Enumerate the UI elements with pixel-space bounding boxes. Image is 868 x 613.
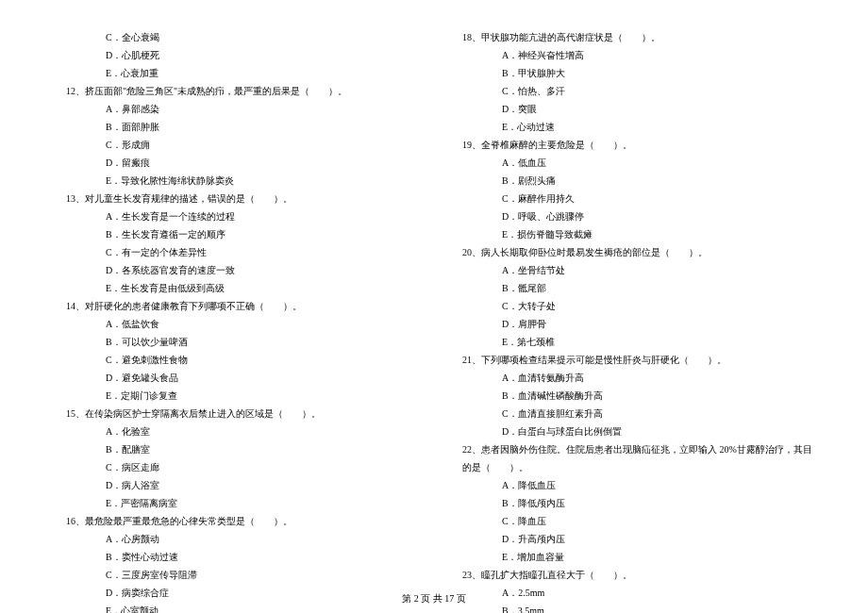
- question-stem: 21、下列哪项检查结果提示可能是慢性肝炎与肝硬化（ ）。: [443, 351, 821, 369]
- option-text: B．剧烈头痛: [443, 172, 821, 190]
- option-text: C．降血压: [443, 512, 821, 530]
- question-stem: 12、挤压面部"危险三角区"未成熟的疖，最严重的后果是（ ）。: [47, 82, 425, 100]
- question-stem: 19、全脊椎麻醉的主要危险是（ ）。: [443, 136, 821, 154]
- option-text: D．心肌梗死: [47, 46, 425, 64]
- option-text: C．病区走廊: [47, 458, 425, 476]
- option-text: D．病人浴室: [47, 476, 425, 494]
- option-text: D．各系统器官发育的速度一致: [47, 261, 425, 279]
- option-text: E．增加血容量: [443, 548, 821, 566]
- option-text: E．生长发育是由低级到高级: [47, 279, 425, 297]
- option-text: B．面部肿胀: [47, 118, 425, 136]
- option-text: D．突眼: [443, 100, 821, 118]
- option-text: E．心动过速: [443, 118, 821, 136]
- option-text: D．呼吸、心跳骤停: [443, 207, 821, 225]
- option-text: A．降低血压: [443, 476, 821, 494]
- question-stem: 23、瞳孔扩大指瞳孔直径大于（ ）。: [443, 566, 821, 584]
- option-text: B．可以饮少量啤酒: [47, 333, 425, 351]
- option-text: D．白蛋白与球蛋白比例倒置: [443, 422, 821, 440]
- option-text: C．形成痈: [47, 136, 425, 154]
- option-text: A．生长发育是一个连续的过程: [47, 207, 425, 225]
- option-text: B．配膳室: [47, 440, 425, 458]
- question-stem: 15、在传染病区护士穿隔离衣后禁止进入的区域是（ ）。: [47, 405, 425, 422]
- question-stem: 22、患者因脑外伤住院。住院后患者出现脑疝征兆，立即输入 20%甘露醇治疗，其目…: [443, 440, 821, 476]
- left-column: C．全心衰竭 D．心肌梗死 E．心衰加重 12、挤压面部"危险三角区"未成熟的疖…: [47, 28, 425, 613]
- question-stem: 14、对肝硬化的患者健康教育下列哪项不正确（ ）。: [47, 297, 425, 315]
- option-text: B．甲状腺肿大: [443, 64, 821, 82]
- option-text: C．三度房室传导阻滞: [47, 566, 425, 584]
- option-text: C．麻醉作用持久: [443, 190, 821, 207]
- option-text: D．避免罐头食品: [47, 369, 425, 387]
- option-text: B．生长发育遵循一定的顺序: [47, 225, 425, 243]
- option-text: E．定期门诊复查: [47, 387, 425, 405]
- option-text: B．窦性心动过速: [47, 548, 425, 566]
- question-stem: 18、甲状腺功能亢进的高代谢症状是（ ）。: [443, 28, 821, 46]
- option-text: D．留瘢痕: [47, 154, 425, 172]
- option-text: C．血清直接胆红素升高: [443, 405, 821, 422]
- right-column: 18、甲状腺功能亢进的高代谢症状是（ ）。 A．神经兴奋性增高 B．甲状腺肿大 …: [443, 28, 821, 613]
- option-text: C．全心衰竭: [47, 28, 425, 46]
- option-text: C．避免刺激性食物: [47, 351, 425, 369]
- question-stem: 16、最危险最严重最危急的心律失常类型是（ ）。: [47, 512, 425, 530]
- option-text: E．严密隔离病室: [47, 494, 425, 512]
- option-text: A．鼻部感染: [47, 100, 425, 118]
- option-text: E．导致化脓性海绵状静脉窦炎: [47, 172, 425, 190]
- option-text: B．降低颅内压: [443, 494, 821, 512]
- option-text: E．第七颈椎: [443, 333, 821, 351]
- question-stem: 20、病人长期取仰卧位时最易发生褥疮的部位是（ ）。: [443, 243, 821, 261]
- option-text: C．有一定的个体差异性: [47, 243, 425, 261]
- option-text: B．血清碱性磷酸酶升高: [443, 387, 821, 405]
- option-text: C．大转子处: [443, 297, 821, 315]
- option-text: A．坐骨结节处: [443, 261, 821, 279]
- option-text: B．骶尾部: [443, 279, 821, 297]
- option-text: A．血清转氨酶升高: [443, 369, 821, 387]
- option-text: D．肩胛骨: [443, 315, 821, 333]
- question-stem: 13、对儿童生长发育规律的描述，错误的是（ ）。: [47, 190, 425, 207]
- option-text: A．化验室: [47, 422, 425, 440]
- option-text: C．怕热、多汗: [443, 82, 821, 100]
- option-text: A．心房颤动: [47, 530, 425, 548]
- option-text: D．升高颅内压: [443, 530, 821, 548]
- option-text: A．低盐饮食: [47, 315, 425, 333]
- option-text: A．神经兴奋性增高: [443, 46, 821, 64]
- option-text: E．心衰加重: [47, 64, 425, 82]
- option-text: A．低血压: [443, 154, 821, 172]
- option-text: E．损伤脊髓导致截瘫: [443, 225, 821, 243]
- page-footer: 第 2 页 共 17 页: [0, 592, 868, 605]
